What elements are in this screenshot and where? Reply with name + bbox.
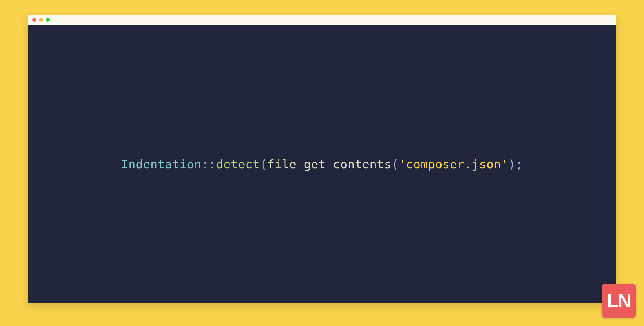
- code-token-string: 'composer.json': [399, 157, 508, 171]
- brand-logo-text: LN: [607, 290, 631, 312]
- code-token-op: ::: [201, 157, 216, 171]
- window-titlebar: [28, 15, 616, 25]
- editor-window: Indentation::detect(file_get_contents('c…: [28, 15, 616, 303]
- code-token-method: detect: [216, 157, 260, 171]
- code-token-class: Indentation: [121, 157, 201, 171]
- code-editor: Indentation::detect(file_get_contents('c…: [28, 25, 616, 303]
- maximize-icon[interactable]: [46, 18, 50, 22]
- code-token-func: file_get_contents: [267, 157, 391, 171]
- code-token-op: (: [260, 157, 267, 171]
- close-icon[interactable]: [32, 18, 36, 22]
- code-token-op: );: [508, 157, 523, 171]
- code-token-op: (: [391, 157, 399, 171]
- minimize-icon[interactable]: [39, 18, 43, 22]
- code-line: Indentation::detect(file_get_contents('c…: [121, 157, 523, 171]
- brand-logo: LN: [602, 284, 636, 318]
